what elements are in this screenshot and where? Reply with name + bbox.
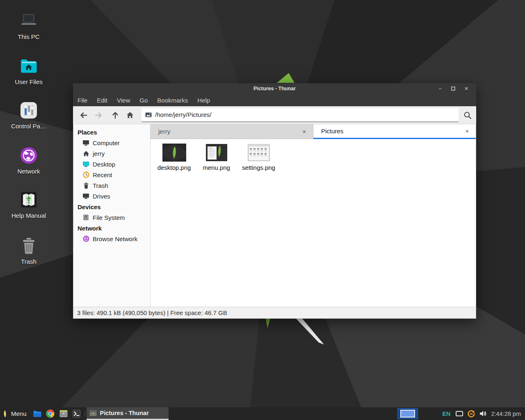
archive-launcher-icon[interactable]: [58, 407, 69, 420]
network-globe-icon: [19, 146, 38, 165]
desktop-icon-user-files[interactable]: User Files: [7, 57, 50, 85]
trash-icon: [19, 236, 38, 255]
sidebar-item-label: Trash: [93, 182, 108, 189]
picture-folder-icon: [145, 112, 152, 117]
terminal-launcher-icon[interactable]: [71, 407, 82, 420]
workspace-switcher[interactable]: [397, 408, 418, 419]
trash-icon: [82, 182, 89, 189]
computer-icon: [82, 139, 89, 146]
taskbar: Menu Pictures - Thunar EN 2:44:28 pm: [0, 407, 525, 420]
status-bar: 3 files: 490.1 kB (490,050 bytes) | Free…: [73, 307, 476, 319]
active-workspace[interactable]: [400, 410, 415, 418]
close-icon: ✕: [464, 86, 468, 91]
home-button[interactable]: [123, 108, 137, 122]
taskbar-window-label: Pictures - Thunar: [100, 410, 149, 416]
up-arrow-icon: [112, 112, 119, 119]
chrome-launcher-icon[interactable]: [45, 407, 56, 420]
volume-icon[interactable]: [478, 407, 488, 420]
tab-close-icon[interactable]: ×: [463, 128, 471, 135]
sidebar-item-label: Desktop: [93, 161, 115, 168]
path-text: /home/jerry/Pictures/: [155, 111, 212, 118]
back-arrow-icon: [80, 112, 87, 119]
toolbar: /home/jerry/Pictures/: [73, 106, 476, 124]
menubar: File Edit View Go Bookmarks Help: [73, 94, 476, 106]
maximize-icon: [451, 87, 455, 91]
sidebar-item-jerry[interactable]: jerry: [73, 148, 150, 159]
desktop-icon-help-manual[interactable]: Help Manual: [7, 190, 50, 219]
close-button[interactable]: ✕: [460, 83, 473, 94]
sidebar-item-trash[interactable]: Trash: [73, 180, 150, 191]
window-thumbnail-icon: [90, 410, 96, 416]
clock[interactable]: 2:44:28 pm: [491, 411, 521, 417]
thunar-window: Pictures - Thunar – ✕ File Edit View Go …: [73, 83, 476, 319]
right-pane: jerry × Pictures × desktop.png: [151, 124, 476, 307]
desktop-icon: [82, 161, 89, 168]
keyboard-layout-indicator[interactable]: EN: [442, 411, 450, 417]
file-name: menu.png: [203, 164, 230, 171]
sidebar: Places Computer jerry Desktop Recent Tra…: [73, 124, 151, 307]
update-manager-icon[interactable]: [466, 407, 476, 420]
file-desktop-png[interactable]: desktop.png: [153, 143, 195, 171]
tab-jerry[interactable]: jerry ×: [151, 124, 313, 139]
search-button[interactable]: [459, 106, 476, 124]
sidebar-item-label: Browse Network: [93, 235, 137, 242]
desktop-icon-label: Help Manual: [11, 212, 46, 219]
sidebar-item-file-system[interactable]: File System: [73, 212, 150, 223]
sidebar-item-recent[interactable]: Recent: [73, 169, 150, 180]
drives-icon: [82, 193, 89, 200]
window-controls: – ✕: [434, 83, 473, 94]
desktop-icon-network[interactable]: Network: [7, 146, 50, 175]
file-view[interactable]: desktop.png menu.png: [151, 139, 476, 307]
user-files-folder-icon: [19, 57, 38, 75]
home-icon: [82, 150, 89, 157]
maximize-button[interactable]: [447, 83, 460, 94]
path-bar[interactable]: /home/jerry/Pictures/: [142, 108, 459, 122]
desktop-icon-label: User Files: [15, 78, 43, 85]
menu-edit[interactable]: Edit: [97, 97, 107, 104]
sidebar-header-network: Network: [73, 223, 150, 233]
sidebar-item-drives[interactable]: Drives: [73, 191, 150, 201]
desktop-icon-label: Network: [17, 168, 40, 175]
file-settings-png[interactable]: settings.png: [237, 143, 280, 171]
window-content: Places Computer jerry Desktop Recent Tra…: [73, 124, 476, 307]
desktop-icon-control-panel[interactable]: Control Pa…: [7, 101, 50, 130]
sidebar-item-label: File System: [93, 214, 125, 221]
file-name: settings.png: [242, 164, 275, 171]
desktop-icon-trash[interactable]: Trash: [7, 236, 50, 265]
tab-close-icon[interactable]: ×: [301, 128, 308, 135]
menu-file[interactable]: File: [78, 97, 87, 104]
minimize-button[interactable]: –: [434, 83, 447, 94]
file-name: desktop.png: [158, 164, 191, 171]
desktop-icon-this-pc[interactable]: This PC: [7, 11, 50, 40]
window-titlebar[interactable]: Pictures - Thunar – ✕: [73, 83, 476, 94]
back-button[interactable]: [76, 108, 91, 122]
search-icon: [463, 111, 472, 119]
panel-separator-handle[interactable]: [83, 407, 87, 420]
tab-pictures[interactable]: Pictures ×: [313, 124, 476, 139]
taskbar-window-button[interactable]: Pictures - Thunar: [87, 407, 169, 420]
sidebar-item-desktop[interactable]: Desktop: [73, 159, 150, 169]
menu-help[interactable]: Help: [197, 97, 210, 104]
menu-button[interactable]: Menu: [0, 407, 31, 420]
tab-label: Pictures: [321, 128, 343, 135]
menu-view[interactable]: View: [117, 97, 130, 104]
taskbar-tray: EN 2:44:28 pm: [397, 407, 525, 420]
files-launcher-icon[interactable]: [32, 407, 43, 420]
file-menu-png[interactable]: menu.png: [195, 143, 237, 171]
this-pc-icon: [19, 11, 38, 30]
forward-button[interactable]: [91, 108, 106, 122]
menu-button-label: Menu: [11, 410, 27, 417]
file-system-drive-icon: [82, 214, 89, 221]
file-thumbnail-settings: [246, 143, 272, 162]
forward-arrow-icon: [95, 112, 102, 119]
keyboard-indicator-icon[interactable]: [456, 411, 463, 416]
up-button[interactable]: [108, 108, 123, 122]
sidebar-item-browse-network[interactable]: Browse Network: [73, 233, 150, 244]
file-thumbnail-desktop: [161, 143, 187, 162]
mint-menu-icon: [2, 410, 8, 418]
window-title: Pictures - Thunar: [253, 86, 296, 91]
sidebar-item-computer[interactable]: Computer: [73, 137, 150, 148]
menu-go[interactable]: Go: [139, 97, 148, 104]
help-manual-icon: [19, 190, 38, 209]
menu-bookmarks[interactable]: Bookmarks: [157, 97, 188, 104]
